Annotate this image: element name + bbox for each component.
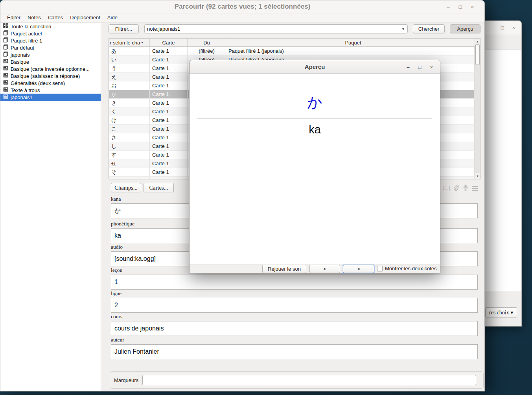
close-icon[interactable]: × xyxy=(430,64,433,70)
sidebar-item-label: Basique (carte inversée optionne... xyxy=(11,66,90,72)
cloze-icon[interactable]: [...] xyxy=(443,186,450,191)
sidebar-item-label: Par défaut xyxy=(11,45,34,51)
table-header: r selon le cha▾ Carte Dû Paquet xyxy=(109,39,480,47)
browse-titlebar: Parcourir (92 cartes vues; 1 sélectionné… xyxy=(0,0,484,13)
card-back-text: ka xyxy=(190,123,440,136)
microphone-icon[interactable] xyxy=(462,185,469,192)
scrollbar-thumb[interactable] xyxy=(475,44,480,65)
table-row[interactable]: あCarte 1(filtrée)Paquet filtré 1 (japona… xyxy=(109,47,475,55)
menu-help[interactable]: Aide xyxy=(104,13,121,22)
deck-icon xyxy=(3,37,8,44)
sort-arrow-icon: ▾ xyxy=(141,41,143,44)
notetype-icon xyxy=(3,87,8,93)
sidebar-item-japonais-deck[interactable]: japonais xyxy=(0,51,101,58)
desktop: – □ × res choix ▾ Parcourir (92 cartes v… xyxy=(0,0,532,395)
minimize-icon[interactable]: – xyxy=(407,64,409,70)
scrollbar-track[interactable] xyxy=(475,44,480,173)
next-card-button[interactable]: > xyxy=(343,265,374,273)
sidebar-item-label: Basique xyxy=(11,59,29,65)
card-preview: か ka xyxy=(190,74,440,264)
menu-notes[interactable]: Notes xyxy=(24,13,44,22)
deck-icon xyxy=(3,44,8,51)
search-input[interactable]: note:japonais1 ▾ xyxy=(144,24,408,33)
preview-button[interactable]: Aperçu xyxy=(450,24,480,33)
header-sort-field[interactable]: r selon le cha▾ xyxy=(109,39,150,46)
field-group-ligne: ligne 2 xyxy=(111,290,478,313)
sidebar-item-label: Paquet actuel xyxy=(11,31,42,37)
sidebar: Toute la collection Paquet actuel Paquet… xyxy=(0,23,101,391)
field-input-ligne[interactable]: 2 xyxy=(111,298,478,313)
menu-cards[interactable]: Cartes xyxy=(44,13,66,22)
sidebar-item-basique-saisie[interactable]: Basique (saisissez la réponse) xyxy=(0,72,101,79)
notetype-icon xyxy=(3,94,8,100)
sidebar-item-label: japonais xyxy=(11,52,29,58)
header-due[interactable]: Dû xyxy=(188,39,226,46)
sidebar-item-japonais1[interactable]: japonais1 xyxy=(0,94,101,101)
scroll-down-icon[interactable]: ▼ xyxy=(475,173,480,179)
sidebar-item-label: Toute la collection xyxy=(11,24,51,30)
header-deck[interactable]: Paquet xyxy=(226,39,480,46)
header-card[interactable]: Carte xyxy=(150,39,188,46)
tags-label: Marqueurs xyxy=(114,377,138,383)
preview-title: Aperçu xyxy=(305,63,325,70)
field-input-lecon[interactable]: 1 xyxy=(111,275,478,290)
cards-button[interactable]: Cartes... xyxy=(144,183,174,192)
notetype-icon xyxy=(3,80,8,86)
maximize-icon[interactable]: □ xyxy=(459,4,462,10)
sidebar-item-generalites[interactable]: Généralités (deux sens) xyxy=(0,79,101,87)
sidebar-item-default-deck[interactable]: Par défaut xyxy=(0,44,101,51)
replay-audio-button[interactable]: Rejouer le son xyxy=(262,265,306,273)
menubar: Éditer Notes Cartes Déplacement Aide xyxy=(0,13,484,22)
menu-move[interactable]: Déplacement xyxy=(66,13,104,22)
sidebar-item-texte-a-trous[interactable]: Texte à trous xyxy=(0,87,101,94)
sidebar-item-label: Basique (saisissez la réponse) xyxy=(11,73,80,79)
sidebar-item-label: Généralités (deux sens) xyxy=(11,80,65,86)
field-group-cours: cours cours de japonais xyxy=(111,314,478,336)
more-options-button[interactable]: res choix ▾ xyxy=(485,307,517,317)
field-input-auteur[interactable]: Julien Fontanier xyxy=(111,344,478,359)
notetype-icon xyxy=(3,66,8,72)
minimize-icon[interactable]: – xyxy=(490,25,492,31)
paperclip-icon[interactable] xyxy=(453,185,459,192)
hamburger-menu-icon[interactable] xyxy=(472,186,478,191)
scroll-up-icon[interactable]: ▲ xyxy=(475,39,480,44)
field-input-cours[interactable]: cours de japonais xyxy=(111,321,478,336)
notetype-icon xyxy=(3,73,8,79)
field-group-auteur: auteur Julien Fontanier xyxy=(111,337,478,359)
sidebar-item-label: Paquet filtré 1 xyxy=(11,38,42,44)
maximize-icon[interactable]: □ xyxy=(418,64,422,70)
menu-edit[interactable]: Éditer xyxy=(4,13,24,22)
close-icon[interactable]: × xyxy=(471,4,474,10)
chevron-down-icon[interactable]: ▾ xyxy=(399,27,407,31)
search-button[interactable]: Chercher xyxy=(413,24,445,33)
filter-button[interactable]: Filtrer... xyxy=(109,24,139,33)
close-icon[interactable]: × xyxy=(512,25,515,31)
preview-dialog: Aperçu – □ × か ka Rejouer le son < > Mon… xyxy=(189,60,440,273)
sidebar-item-filtered-deck-1[interactable]: Paquet filtré 1 xyxy=(0,37,101,44)
window-title: Parcourir (92 cartes vues; 1 sélectionné… xyxy=(175,3,311,11)
sidebar-item-current-deck[interactable]: Paquet actuel xyxy=(0,30,101,37)
table-scrollbar[interactable]: ▲ ▼ xyxy=(475,39,480,179)
tags-input[interactable] xyxy=(142,375,476,385)
tags-panel: Marqueurs xyxy=(110,371,484,389)
maximize-icon[interactable]: □ xyxy=(501,25,504,31)
deck-icon xyxy=(3,52,8,58)
sidebar-item-basique-inverse[interactable]: Basique (carte inversée optionne... xyxy=(0,65,101,72)
sidebar-item-label: Texte à trous xyxy=(11,87,40,93)
previous-card-button[interactable]: < xyxy=(309,265,340,273)
minimize-icon[interactable]: – xyxy=(447,4,449,10)
fields-button[interactable]: Champs... xyxy=(111,183,141,192)
search-value: note:japonais1 xyxy=(145,26,399,32)
collection-icon xyxy=(3,23,8,30)
sidebar-item-basique[interactable]: Basique xyxy=(0,58,101,65)
editor-toolbar-icons: [...] xyxy=(434,185,478,192)
preview-bottombar: Rejouer le son < > Montrer les deux côte… xyxy=(190,264,440,273)
preview-titlebar: Aperçu – □ × xyxy=(190,60,440,74)
deck-icon xyxy=(3,30,8,37)
both-sides-checkbox[interactable] xyxy=(377,266,383,271)
sidebar-item-collection[interactable]: Toute la collection xyxy=(0,23,101,30)
card-front-text: か xyxy=(190,92,440,113)
card-divider xyxy=(197,118,432,118)
both-sides-label[interactable]: Montrer les deux côtes xyxy=(385,266,437,271)
notetype-icon xyxy=(3,59,8,65)
